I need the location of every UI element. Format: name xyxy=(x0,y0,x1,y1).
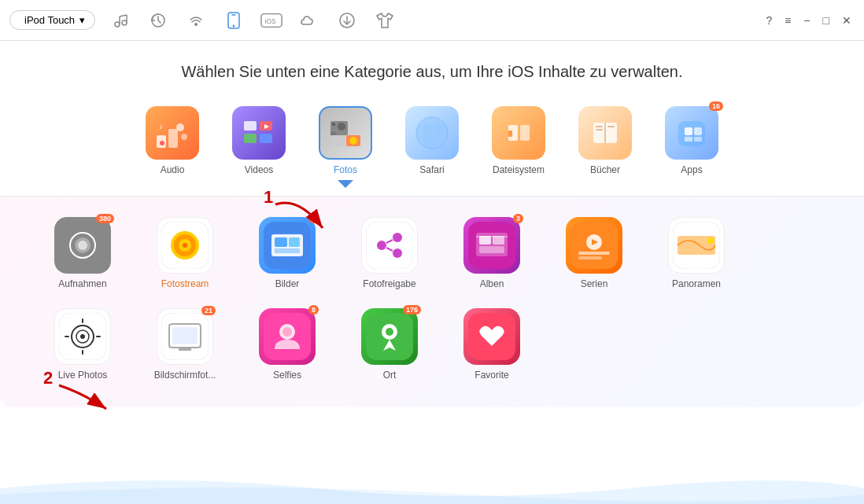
main-content: Wählen Sie unten eine Kategorie aus, um … xyxy=(0,41,864,407)
svg-point-16 xyxy=(176,123,184,131)
category-audio[interactable]: ♪ Audio xyxy=(129,98,216,196)
toolbar-icons: iOS xyxy=(109,9,396,31)
svg-rect-31 xyxy=(330,137,345,146)
fotofreigabe-label: Fotofreigabe xyxy=(363,278,415,289)
ios-icon[interactable]: iOS xyxy=(260,9,282,31)
sub-item-bildschirmfot[interactable]: 21 Bildschirmfot... xyxy=(134,300,236,392)
safari-label: Safari xyxy=(419,164,444,175)
sub-item-serien[interactable]: Serien xyxy=(543,209,645,300)
svg-text:♪: ♪ xyxy=(159,122,163,131)
help-icon[interactable]: ? xyxy=(762,13,775,28)
svg-rect-64 xyxy=(366,222,413,269)
svg-rect-43 xyxy=(596,129,603,131)
favorite-label: Favorite xyxy=(474,370,508,381)
fotos-category-icon xyxy=(319,106,372,160)
svg-point-104 xyxy=(386,328,393,336)
sub-item-panoramen[interactable]: Panoramen xyxy=(645,209,748,300)
svg-rect-49 xyxy=(694,137,702,142)
device-button[interactable]: iPod Touch ▾ xyxy=(9,10,95,30)
svg-point-101 xyxy=(282,327,292,337)
fotos-label: Fotos xyxy=(334,164,357,175)
aufnahmen-icon: 380 xyxy=(54,217,111,274)
category-videos[interactable]: Videos xyxy=(216,98,302,196)
titlebar-left: iPod Touch ▾ xyxy=(9,9,396,31)
apps-category-icon: 16 xyxy=(665,106,718,160)
svg-rect-23 xyxy=(260,134,272,143)
svg-point-0 xyxy=(115,22,120,27)
bottom-decoration xyxy=(0,473,864,504)
sub-item-selfies[interactable]: 8 Selfies xyxy=(236,300,338,392)
svg-rect-96 xyxy=(179,348,191,351)
svg-rect-22 xyxy=(244,134,257,143)
sub-item-fotostream[interactable]: Fotostream xyxy=(134,209,236,300)
minimize-button[interactable]: − xyxy=(800,13,813,28)
fotos-arrow xyxy=(338,180,353,188)
apps-label: Apps xyxy=(681,164,702,175)
fotos-section: 380 Aufnahmen Fotostream xyxy=(0,197,864,407)
fotostream-label: Fotostream xyxy=(161,278,209,289)
svg-rect-61 xyxy=(275,237,287,247)
window-controls: ? ≡ − □ ✕ xyxy=(762,13,855,28)
svg-point-36 xyxy=(433,134,442,143)
svg-rect-63 xyxy=(275,248,300,253)
sub-item-livephotos[interactable]: Live Photos xyxy=(31,300,134,392)
menu-icon[interactable]: ≡ xyxy=(781,13,794,28)
svg-point-27 xyxy=(338,123,345,131)
music-icon[interactable] xyxy=(109,9,131,31)
svg-rect-20 xyxy=(244,121,257,131)
fotofreigabe-icon xyxy=(361,217,418,274)
sub-item-aufnahmen[interactable]: 380 Aufnahmen xyxy=(31,209,134,300)
svg-rect-47 xyxy=(694,127,702,135)
bilder-icon: 3 xyxy=(259,217,316,274)
history-icon[interactable] xyxy=(147,9,169,31)
svg-point-35 xyxy=(423,134,433,143)
download-icon[interactable] xyxy=(336,9,358,31)
sub-item-alben[interactable]: 3 Alben xyxy=(441,209,543,300)
wifi-sync-icon[interactable] xyxy=(185,9,207,31)
svg-rect-42 xyxy=(596,126,603,127)
sub-items-grid: 380 Aufnahmen Fotostream xyxy=(31,197,833,392)
tshirt-icon[interactable] xyxy=(374,9,396,31)
bildschirmfot-label: Bildschirmfot... xyxy=(154,370,216,381)
selfies-icon: 8 xyxy=(259,308,316,365)
svg-rect-62 xyxy=(289,237,300,247)
category-safari[interactable]: Safari xyxy=(389,98,475,196)
category-dateisystem[interactable]: Dateisystem xyxy=(475,98,562,196)
svg-line-4 xyxy=(120,15,127,17)
sub-item-favorite[interactable]: Favorite xyxy=(441,300,543,392)
sub-item-ort[interactable]: 176 Ort xyxy=(338,300,441,392)
buecher-label: Bücher xyxy=(590,164,620,175)
dateisystem-label: Dateisystem xyxy=(493,164,545,175)
category-buecher[interactable]: Bücher xyxy=(562,98,648,196)
svg-point-30 xyxy=(349,137,357,145)
panoramen-label: Panoramen xyxy=(672,278,721,289)
sub-item-bilder[interactable]: 3 Bilder xyxy=(236,209,338,300)
sub-item-fotofreigabe[interactable]: Fotofreigabe xyxy=(338,209,441,300)
favorite-icon xyxy=(463,308,520,365)
videos-label: Videos xyxy=(245,164,273,175)
close-button[interactable]: ✕ xyxy=(839,13,855,28)
svg-point-32 xyxy=(416,117,448,149)
cloud-icon[interactable] xyxy=(298,9,320,31)
svg-rect-75 xyxy=(476,236,508,237)
buecher-category-icon xyxy=(578,106,632,160)
device-icon[interactable] xyxy=(223,9,245,31)
svg-rect-79 xyxy=(578,252,610,255)
titlebar: iPod Touch ▾ xyxy=(0,0,864,41)
svg-rect-74 xyxy=(479,246,504,253)
svg-rect-46 xyxy=(685,127,692,135)
svg-rect-44 xyxy=(607,126,615,127)
category-apps[interactable]: 16 Apps xyxy=(648,98,735,196)
svg-rect-48 xyxy=(685,137,692,142)
svg-point-6 xyxy=(194,23,198,26)
fotostream-icon xyxy=(157,217,213,274)
heading-text: Wählen Sie unten eine Kategorie aus, um … xyxy=(31,41,833,98)
categories-row: ♪ Audio Videos xyxy=(31,98,833,196)
livephotos-label: Live Photos xyxy=(58,370,108,381)
category-fotos[interactable]: Fotos xyxy=(302,98,389,196)
svg-rect-28 xyxy=(330,132,336,135)
svg-point-17 xyxy=(181,134,187,140)
svg-text:iOS: iOS xyxy=(265,17,276,24)
maximize-button[interactable]: □ xyxy=(820,13,833,28)
svg-point-67 xyxy=(393,248,402,258)
